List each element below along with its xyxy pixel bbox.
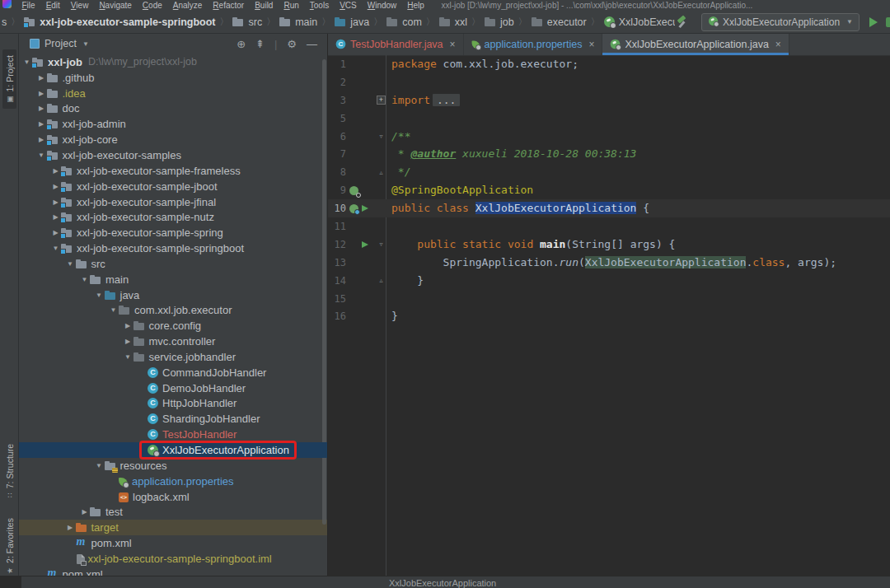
hide-icon[interactable]: — bbox=[307, 38, 317, 50]
stripe-item--favorites[interactable]: ★2: Favorites bbox=[2, 518, 16, 574]
tree-row[interactable]: ▼resources bbox=[18, 458, 327, 474]
stripe-item--project[interactable]: ▣1: Project bbox=[2, 49, 16, 109]
tree-row[interactable]: ▶mvc.controller bbox=[18, 334, 327, 349]
tree-row[interactable]: ▼java bbox=[18, 287, 327, 303]
fold-plus-icon[interactable]: + bbox=[377, 96, 386, 105]
menu-refactor[interactable]: Refactor bbox=[213, 1, 244, 10]
menu-code[interactable]: Code bbox=[143, 1, 162, 10]
code-text[interactable]: SpringApplication.run(XxlJobExecutorAppl… bbox=[386, 254, 836, 272]
tree-expand-arrow-icon[interactable]: ▼ bbox=[94, 462, 105, 469]
fold-marker[interactable]: ▵ bbox=[376, 169, 386, 176]
build-hammer-icon[interactable] bbox=[675, 16, 690, 29]
breadcrumb-item[interactable]: xxl bbox=[439, 16, 467, 28]
tab-xxljobexecutorapplication-java[interactable]: XxlJobExecutorApplication.java× bbox=[602, 33, 789, 55]
run-gutter-icon[interactable] bbox=[362, 205, 368, 212]
menu-tools[interactable]: Tools bbox=[310, 1, 329, 10]
tree-row[interactable]: ▶xxl-job-executor-sample-jboot bbox=[18, 179, 327, 194]
tree-expand-arrow-icon[interactable]: ▼ bbox=[123, 353, 134, 361]
tree-row[interactable]: DemoJobHandler bbox=[18, 380, 327, 396]
run-configuration-select[interactable]: XxlJobExecutorApplication ▼ bbox=[701, 13, 860, 31]
breadcrumb-item[interactable]: src bbox=[232, 16, 262, 28]
tree-collapse-arrow-icon[interactable]: ▶ bbox=[36, 105, 47, 112]
tree-expand-arrow-icon[interactable]: ▼ bbox=[79, 276, 90, 283]
spring-boot-gutter-icon[interactable] bbox=[349, 204, 358, 213]
menu-edit[interactable]: Edit bbox=[46, 1, 60, 10]
fold-marker[interactable]: ▵ bbox=[376, 277, 386, 284]
close-icon[interactable]: × bbox=[450, 40, 456, 49]
tree-expand-arrow-icon[interactable]: ▼ bbox=[108, 306, 119, 314]
tree-row[interactable]: XxlJobExecutorApplication bbox=[18, 442, 327, 458]
tree-collapse-arrow-icon[interactable]: ▶ bbox=[123, 322, 134, 329]
tree-row[interactable]: xxl-job-executor-sample-springboot.iml bbox=[18, 551, 327, 567]
tree-row[interactable]: ▶xxl-job-admin bbox=[18, 116, 327, 132]
breadcrumb-item[interactable]: xxl-job-executor-sample-springboot bbox=[24, 16, 215, 28]
breadcrumb-item[interactable]: main bbox=[279, 16, 317, 28]
code-text[interactable]: public class XxlJobExecutorApplication { bbox=[386, 199, 649, 217]
tree-expand-arrow-icon[interactable]: ▼ bbox=[65, 260, 76, 268]
tree-row[interactable]: ▶test bbox=[18, 504, 327, 520]
tree-row[interactable]: TestJobHandler bbox=[18, 427, 327, 442]
menu-window[interactable]: Window bbox=[368, 1, 397, 10]
tree-row[interactable]: ▼com.xxl.job.executor bbox=[18, 303, 327, 319]
tree-collapse-arrow-icon[interactable]: ▶ bbox=[36, 74, 47, 82]
tab-application-properties[interactable]: application.properties× bbox=[464, 33, 603, 55]
code-text[interactable]: /** bbox=[386, 128, 410, 146]
close-icon[interactable]: × bbox=[775, 40, 781, 49]
breadcrumb-item[interactable]: java bbox=[335, 16, 369, 28]
tree-row[interactable]: CommandJobHandler bbox=[18, 365, 327, 380]
code-text[interactable]: public static void main(String[] args) { bbox=[386, 236, 675, 254]
fold-marker[interactable]: ▿ bbox=[376, 133, 386, 140]
tree-row[interactable]: ▼src bbox=[18, 256, 327, 272]
stripe-item--structure[interactable]: ∷7: Structure bbox=[2, 444, 16, 497]
code-text[interactable]: } bbox=[386, 307, 398, 325]
breadcrumb-item[interactable]: job bbox=[485, 16, 514, 28]
menu-analyze[interactable]: Analyze bbox=[173, 1, 203, 10]
tree-row[interactable]: ▼xxl-job-executor-sample-springboot bbox=[18, 240, 327, 256]
code-text[interactable]: import... bbox=[386, 91, 460, 110]
menu-view[interactable]: View bbox=[71, 1, 89, 10]
tree-row[interactable]: ▶xxl-job-executor-sample-nutz bbox=[18, 209, 327, 225]
tree-row[interactable]: application.properties bbox=[18, 474, 327, 489]
tree-collapse-arrow-icon[interactable]: ▶ bbox=[36, 90, 47, 97]
tree-row[interactable]: ▼service.jobhandler bbox=[18, 349, 327, 365]
close-icon[interactable]: × bbox=[588, 40, 594, 49]
tree-row[interactable]: HttpJobHandler bbox=[18, 396, 327, 412]
menu-file[interactable]: File bbox=[22, 1, 35, 10]
run-button[interactable] bbox=[869, 17, 878, 27]
tree-row[interactable]: ShardingJobHandler bbox=[18, 411, 327, 427]
tree-collapse-arrow-icon[interactable]: ▶ bbox=[79, 508, 90, 516]
breadcrumb-item[interactable]: executor bbox=[532, 16, 587, 28]
menu-help[interactable]: Help bbox=[407, 1, 424, 10]
settings-icon[interactable]: ⚙ bbox=[287, 38, 297, 50]
menu-navigate[interactable]: Navigate bbox=[99, 1, 131, 10]
debug-icon-partial[interactable] bbox=[886, 17, 890, 27]
menu-run[interactable]: Run bbox=[283, 1, 298, 10]
tree-row[interactable]: ▶xxl-job-core bbox=[18, 132, 327, 147]
code-text[interactable]: * @author xuxueli 2018-10-28 00:38:13 bbox=[386, 145, 636, 163]
tree-row[interactable]: ▶xxl-job-executor-sample-jfinal bbox=[18, 194, 327, 210]
chevron-down-icon[interactable]: ▼ bbox=[82, 40, 89, 48]
tree-row[interactable]: ▶core.config bbox=[18, 318, 327, 334]
run-gutter-icon[interactable] bbox=[362, 241, 368, 248]
tree-row[interactable]: ▼xxl-jobD:\lw\my_project\xxl-job bbox=[18, 54, 327, 70]
tree-row[interactable]: ▶doc bbox=[18, 101, 327, 117]
breadcrumb-item[interactable]: s bbox=[2, 16, 7, 28]
tree-row[interactable]: ▶xxl-job-executor-sample-frameless bbox=[18, 163, 327, 179]
code-editor[interactable]: 1package com.xxl.job.executor;23+import.… bbox=[328, 55, 890, 576]
fold-marker[interactable]: + bbox=[376, 96, 386, 105]
tree-row[interactable]: ▶target bbox=[18, 520, 327, 535]
tree-expand-arrow-icon[interactable]: ▼ bbox=[94, 292, 105, 299]
tree-row[interactable]: ▼main bbox=[18, 272, 327, 287]
code-text[interactable]: } bbox=[386, 272, 424, 290]
fold-marker[interactable]: ▿ bbox=[376, 240, 386, 248]
breadcrumb-item[interactable]: XxlJobExecutorApplication bbox=[604, 16, 675, 28]
code-text[interactable]: @SpringBootApplication bbox=[386, 181, 533, 199]
tab-testjobhandler-java[interactable]: TestJobHandler.java× bbox=[328, 33, 464, 55]
tree-row[interactable]: pom.xml bbox=[18, 535, 327, 551]
code-text[interactable]: */ bbox=[386, 163, 410, 181]
tree-row[interactable]: ▶.github bbox=[18, 70, 327, 86]
project-panel-title[interactable]: Project bbox=[44, 38, 77, 49]
tree-collapse-arrow-icon[interactable]: ▶ bbox=[65, 524, 76, 531]
locate-icon[interactable]: ⊕ bbox=[237, 38, 246, 50]
tree-row[interactable]: ▼xxl-job-executor-samples bbox=[18, 147, 327, 163]
